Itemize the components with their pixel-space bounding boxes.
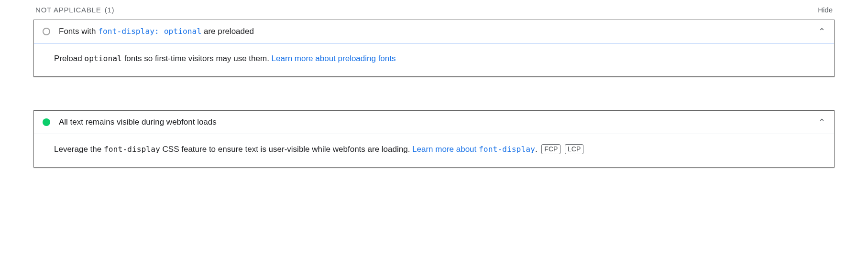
hide-toggle[interactable]: Hide: [818, 6, 833, 14]
audit-description: Preload optional fonts so first-time vis…: [34, 43, 834, 76]
audit-title-text: Fonts with: [59, 27, 98, 36]
audit-title-code: font-display: optional: [98, 27, 201, 36]
desc-code: optional: [84, 54, 122, 63]
section-count: (1): [105, 6, 115, 14]
audit-title: Fonts with font-display: optional are pr…: [59, 27, 810, 36]
metric-tag: LCP: [565, 144, 583, 155]
desc-text: Preload: [54, 54, 84, 63]
audit-description: Leverage the font-display CSS feature to…: [34, 134, 834, 167]
learn-more-link[interactable]: Learn more about font-display: [412, 145, 535, 154]
link-text: Learn more about: [412, 145, 479, 154]
chevron-up-icon: ⌃: [818, 118, 825, 127]
chevron-up-icon: ⌃: [818, 27, 825, 36]
link-text: Learn more about preloading fonts: [272, 54, 396, 63]
audit-title-text: are preloaded: [201, 27, 254, 36]
desc-text: fonts so first-time visitors may use the…: [122, 54, 272, 63]
learn-more-link[interactable]: Learn more about preloading fonts: [272, 54, 396, 63]
audit-item: Fonts with font-display: optional are pr…: [33, 20, 835, 77]
metric-tag: FCP: [541, 144, 560, 155]
section-header: Not Applicable (1) Hide: [33, 6, 835, 20]
desc-code: font-display: [104, 145, 160, 154]
audit-summary-row[interactable]: Fonts with font-display: optional are pr…: [34, 20, 834, 43]
desc-text: CSS feature to ensure text is user-visib…: [160, 145, 412, 154]
link-code: font-display: [479, 145, 535, 154]
circle-icon: [43, 28, 50, 35]
check-circle-icon: [43, 118, 50, 126]
section-title: Not Applicable: [35, 6, 101, 14]
desc-text: .: [535, 145, 538, 154]
desc-text: Leverage the: [54, 145, 104, 154]
audit-title-text: All text remains visible during webfont …: [59, 117, 217, 127]
audit-item: All text remains visible during webfont …: [33, 110, 835, 168]
audit-summary-row[interactable]: All text remains visible during webfont …: [34, 111, 834, 134]
audit-title: All text remains visible during webfont …: [59, 117, 810, 127]
